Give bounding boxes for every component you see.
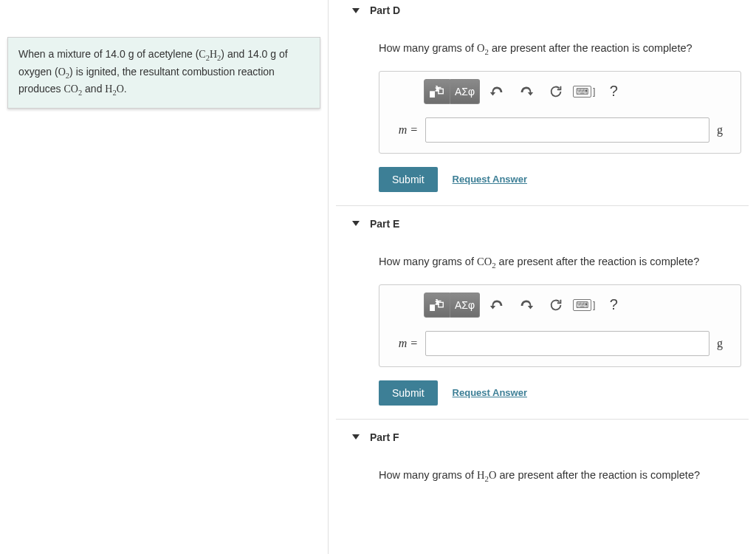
keyboard-icon: ⌨ bbox=[573, 86, 591, 98]
var-label-d: m = bbox=[388, 123, 418, 137]
greek-label: ΑΣφ bbox=[455, 299, 475, 311]
part-e-question: How many grams of CO2 are present after … bbox=[379, 256, 741, 270]
help-button[interactable]: ? bbox=[601, 293, 626, 318]
keyboard-button[interactable]: ⌨] bbox=[573, 293, 595, 318]
q-prefix: How many grams of bbox=[379, 256, 477, 267]
help-button[interactable]: ? bbox=[601, 79, 626, 104]
request-answer-d[interactable]: Request Answer bbox=[453, 174, 527, 185]
part-d-body: How many grams of O2 are present after t… bbox=[336, 24, 749, 206]
svg-rect-2 bbox=[439, 89, 443, 93]
keyboard-icon: ⌨ bbox=[573, 299, 591, 311]
unit-d: g bbox=[717, 123, 732, 137]
q-formula-h2o: H2O bbox=[477, 469, 496, 481]
q-prefix: How many grams of bbox=[379, 42, 477, 54]
part-d-header[interactable]: Part D bbox=[336, 0, 749, 24]
templates-button[interactable]: x bbox=[424, 79, 450, 104]
redo-button[interactable] bbox=[514, 79, 539, 104]
part-e-header[interactable]: Part E bbox=[336, 213, 749, 238]
part-d: Part D How many grams of O2 are present … bbox=[336, 0, 749, 206]
keyboard-button[interactable]: ⌨] bbox=[573, 79, 595, 104]
q-formula-co2: CO2 bbox=[477, 256, 496, 267]
q-formula-o2: O2 bbox=[477, 42, 489, 54]
formula-co2: CO2 bbox=[63, 83, 82, 95]
part-f-title: Part F bbox=[370, 431, 399, 443]
problem-text-4: and bbox=[82, 83, 105, 95]
formula-c2h2: C2H2 bbox=[199, 49, 221, 60]
action-row-e: Submit Request Answer bbox=[379, 380, 741, 406]
q-suffix: are present after the reaction is comple… bbox=[496, 469, 700, 481]
part-f-body: How many grams of H2O are present after … bbox=[336, 451, 749, 511]
greek-button[interactable]: ΑΣφ bbox=[450, 293, 480, 318]
formula-o2: O2 bbox=[58, 66, 69, 78]
request-answer-e[interactable]: Request Answer bbox=[453, 387, 527, 398]
var-label-e: m = bbox=[388, 337, 418, 350]
part-d-title: Part D bbox=[370, 4, 400, 16]
formula-h2o: H2O bbox=[105, 83, 124, 95]
toolbar-d: x ΑΣφ ⌨] ? bbox=[424, 79, 732, 104]
input-row-e: m = g bbox=[388, 331, 732, 356]
submit-button-d[interactable]: Submit bbox=[379, 167, 438, 192]
redo-button[interactable] bbox=[514, 293, 539, 318]
q-suffix: are present after the reaction is comple… bbox=[496, 256, 700, 267]
answer-panel-d: x ΑΣφ ⌨] ? bbox=[379, 71, 741, 154]
action-row-d: Submit Request Answer bbox=[379, 167, 741, 192]
problem-column: When a mixture of 14.0 g of acetylene (C… bbox=[0, 0, 329, 554]
parts-column: Part D How many grams of O2 are present … bbox=[329, 0, 756, 554]
undo-icon bbox=[489, 83, 505, 100]
collapse-icon bbox=[352, 221, 360, 226]
reset-button[interactable] bbox=[543, 79, 568, 104]
templates-button[interactable]: x bbox=[424, 293, 450, 318]
q-prefix: How many grams of bbox=[379, 469, 477, 481]
part-f: Part F How many grams of H2O are present… bbox=[336, 427, 749, 511]
math-template-icon: x bbox=[429, 297, 445, 313]
toolbar-e: x ΑΣφ ⌨] ? bbox=[424, 293, 732, 318]
reset-icon bbox=[548, 297, 564, 313]
greek-label: ΑΣφ bbox=[455, 86, 475, 98]
undo-button[interactable] bbox=[484, 79, 509, 104]
svg-rect-3 bbox=[430, 305, 435, 310]
part-e-title: Part E bbox=[370, 218, 399, 230]
part-e: Part E How many grams of CO2 are present… bbox=[336, 213, 749, 420]
part-f-question: How many grams of H2O are present after … bbox=[379, 469, 741, 483]
undo-button[interactable] bbox=[484, 293, 509, 318]
undo-icon bbox=[489, 297, 505, 313]
reset-button[interactable] bbox=[543, 293, 568, 318]
input-row-d: m = g bbox=[388, 117, 732, 143]
part-f-header[interactable]: Part F bbox=[336, 427, 749, 451]
answer-input-d[interactable] bbox=[425, 117, 709, 143]
collapse-icon bbox=[352, 434, 360, 440]
part-d-question: How many grams of O2 are present after t… bbox=[379, 42, 741, 56]
collapse-icon bbox=[352, 8, 360, 13]
problem-statement: When a mixture of 14.0 g of acetylene (C… bbox=[7, 37, 320, 109]
svg-rect-5 bbox=[439, 302, 443, 307]
greek-button[interactable]: ΑΣφ bbox=[450, 79, 480, 104]
redo-icon bbox=[518, 83, 535, 100]
math-template-icon: x bbox=[429, 83, 445, 100]
answer-panel-e: x ΑΣφ ⌨] ? bbox=[379, 284, 741, 367]
problem-text-5: . bbox=[124, 83, 127, 95]
part-e-body: How many grams of CO2 are present after … bbox=[336, 238, 749, 420]
redo-icon bbox=[518, 297, 535, 313]
problem-text-1: When a mixture of 14.0 g of acetylene ( bbox=[18, 48, 199, 60]
svg-rect-0 bbox=[430, 92, 435, 97]
unit-e: g bbox=[717, 337, 732, 350]
reset-icon bbox=[548, 83, 564, 100]
answer-input-e[interactable] bbox=[425, 331, 709, 356]
q-suffix: are present after the reaction is comple… bbox=[489, 42, 693, 54]
submit-button-e[interactable]: Submit bbox=[379, 380, 438, 406]
